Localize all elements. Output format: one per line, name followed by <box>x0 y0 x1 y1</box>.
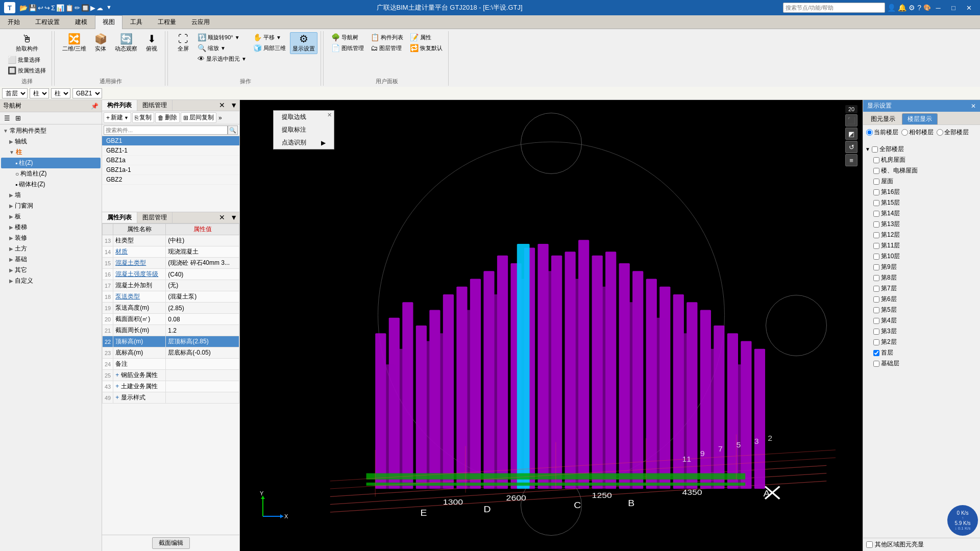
prop-value[interactable]: 层底标高(-0.05) <box>166 347 239 359</box>
tree-custom[interactable]: ▶ 自定义 <box>1 276 101 286</box>
quick-chart[interactable]: 📊 <box>56 4 64 12</box>
skin-icon[interactable]: 🎨 <box>923 4 931 11</box>
radio-adjacent-input[interactable] <box>901 129 908 136</box>
radio-current-input[interactable] <box>866 129 873 136</box>
tab-layer-mgr[interactable]: 图层管理 <box>137 212 173 223</box>
quick-more[interactable]: ▼ <box>106 4 112 12</box>
show-selected-button[interactable]: 👁 显示选中图元 ▼ <box>195 54 249 64</box>
tree-finish[interactable]: ▶ 装修 <box>1 233 101 243</box>
tab-element-display[interactable]: 图元显示 <box>865 113 901 124</box>
tab-comp-list[interactable]: 构件列表 <box>102 100 137 111</box>
layer-checkbox[interactable] <box>873 211 879 217</box>
tree-slab[interactable]: ▶ 板 <box>1 211 101 222</box>
zoom-button[interactable]: 🔍 缩放 ▼ <box>195 43 249 53</box>
tree-column[interactable]: ▼ 柱 <box>1 147 101 158</box>
display-settings-button[interactable]: ⚙ 显示设置 <box>290 32 317 54</box>
prop-value[interactable]: (现浇砼 碎石40mm 3... <box>166 258 239 269</box>
tree-other[interactable]: ▶ 其它 <box>1 265 101 276</box>
tab-cloud[interactable]: 云应用 <box>184 15 217 29</box>
expand-civil-icon[interactable]: + <box>115 383 119 390</box>
network-indicator[interactable]: 0 K/s ↑ 5.9 K/s ↓ 0.1 K/s <box>947 505 978 536</box>
prop-name[interactable]: 混凝土类型 <box>113 258 166 269</box>
tab-view[interactable]: 视图 <box>95 15 122 29</box>
bell-icon[interactable]: 🔔 <box>898 4 906 12</box>
prop-name[interactable]: 混凝土强度等级 <box>113 269 166 280</box>
local3d-button[interactable]: 🧊 局部三维 <box>251 43 288 53</box>
comp-panel-close[interactable]: ✕ <box>216 100 228 111</box>
more-tools[interactable]: » <box>217 113 223 122</box>
display-settings-close[interactable]: ✕ <box>971 103 976 110</box>
radio-current-floor[interactable]: 当前楼层 <box>866 128 898 137</box>
minimize-button[interactable]: ─ <box>931 2 945 13</box>
layer-checkbox[interactable] <box>873 200 879 206</box>
section-edit-button[interactable]: 截面编辑 <box>152 537 190 549</box>
search-button[interactable]: 🔍 <box>228 126 238 135</box>
layer-checkbox[interactable] <box>873 339 879 345</box>
tab-drawing-mgr[interactable]: 图纸管理 <box>137 100 173 111</box>
comp-item-gbz2[interactable]: GBZ2 <box>102 175 239 185</box>
layer-checkbox[interactable] <box>873 168 879 174</box>
fullscreen-button[interactable]: ⛶ 全屏 <box>173 32 193 54</box>
tab-quantities[interactable]: 工程量 <box>150 15 184 29</box>
vp-btn-rotate[interactable]: ↺ <box>845 141 857 153</box>
layer-checkbox[interactable] <box>873 275 879 281</box>
floor-copy-button[interactable]: ⊞ 层间复制 <box>181 112 216 123</box>
tree-common-types[interactable]: ▼ 常用构件类型 <box>1 126 101 136</box>
prop-value[interactable]: (无) <box>166 280 239 291</box>
layer-all-checkbox[interactable] <box>872 146 878 153</box>
tree-foundation[interactable]: ▶ 基础 <box>1 254 101 265</box>
tree-masonry-col[interactable]: ▪ 砌体柱(Z) <box>1 179 101 190</box>
nav-grid-view[interactable]: ⊞ <box>13 113 23 123</box>
quick-cloud[interactable]: ☁ <box>96 4 103 12</box>
pan-button[interactable]: ✋ 平移 ▼ <box>251 32 288 42</box>
layer-checkbox[interactable] <box>873 361 879 367</box>
maximize-button[interactable]: □ <box>946 2 961 13</box>
type-select1[interactable]: 柱 <box>30 88 49 98</box>
tree-axis[interactable]: ▶ 轴线 <box>1 136 101 147</box>
tab-tools[interactable]: 工具 <box>122 15 150 29</box>
settings-icon[interactable]: ⚙ <box>909 4 915 12</box>
tab-floor-display[interactable]: 楼层显示 <box>902 113 938 124</box>
comp-item-gbz1a[interactable]: GBZ1a <box>102 156 239 165</box>
quick-sum[interactable]: Σ <box>51 4 55 12</box>
comp-item-gbz1-1[interactable]: GBZ1-1 <box>102 146 239 156</box>
rotate90-button[interactable]: 🔃 顺旋转90° ▼ <box>195 32 249 42</box>
vp-btn-display[interactable]: ◩ <box>845 128 857 140</box>
user-icon[interactable]: 👤 <box>887 4 896 12</box>
layer-checkbox[interactable] <box>873 286 879 292</box>
tab-start[interactable]: 开始 <box>0 15 28 29</box>
solid-button[interactable]: 📦 实体 <box>90 32 111 54</box>
quick-open[interactable]: 📂 <box>19 4 28 12</box>
expand-steel-icon[interactable]: + <box>115 371 119 379</box>
ctx-extract-edge[interactable]: 提取边线 <box>274 111 334 123</box>
tab-project-settings[interactable]: 工程设置 <box>28 15 67 29</box>
nav-tree-button[interactable]: 🌳 导航树 <box>329 32 366 42</box>
prop-value[interactable]: (混凝土泵) <box>166 291 239 303</box>
restore-default-button[interactable]: 🔁 恢复默认 <box>407 43 445 53</box>
prop-panel-close[interactable]: ✕ <box>216 212 228 223</box>
batch-select-button[interactable]: ⬜ 批量选择 <box>5 55 48 65</box>
layer-checkbox[interactable] <box>873 179 879 185</box>
copy-comp-button[interactable]: ⎘ 复制 <box>132 112 154 123</box>
radio-all-input[interactable] <box>937 129 943 136</box>
tree-column-z[interactable]: ▪ 柱(Z) <box>1 158 101 168</box>
layer-checkbox[interactable] <box>873 243 879 249</box>
vp-btn-layers[interactable]: ⬛ <box>845 114 857 127</box>
type-select2[interactable]: 柱 <box>51 88 70 98</box>
layer-checkbox[interactable] <box>873 254 879 260</box>
tab-modeling[interactable]: 建模 <box>67 15 95 29</box>
layer-checkbox[interactable] <box>873 189 879 195</box>
ctx-point-recognize[interactable]: 点选识别 ▶ <box>274 136 334 149</box>
quick-save[interactable]: 💾 <box>29 4 37 12</box>
2d3d-button[interactable]: 🔀 二维/三维 <box>60 32 89 54</box>
property-button[interactable]: 📝 属性 <box>407 32 445 42</box>
layer-checkbox[interactable] <box>873 318 879 324</box>
layer-checkbox[interactable] <box>873 221 879 228</box>
tree-door-window[interactable]: ▶ 门窗洞 <box>1 201 101 211</box>
prop-value[interactable]: 现浇混凝土 <box>166 246 239 258</box>
comp-item-gbz1a-1[interactable]: GBZ1a-1 <box>102 165 239 175</box>
pick-component-button[interactable]: 🖱 拾取构件 <box>5 32 48 54</box>
ctx-extract-annotation[interactable]: 提取标注 <box>274 123 334 136</box>
floor-select[interactable]: 首层 <box>2 88 28 98</box>
tree-stair[interactable]: ▶ 楼梯 <box>1 222 101 233</box>
